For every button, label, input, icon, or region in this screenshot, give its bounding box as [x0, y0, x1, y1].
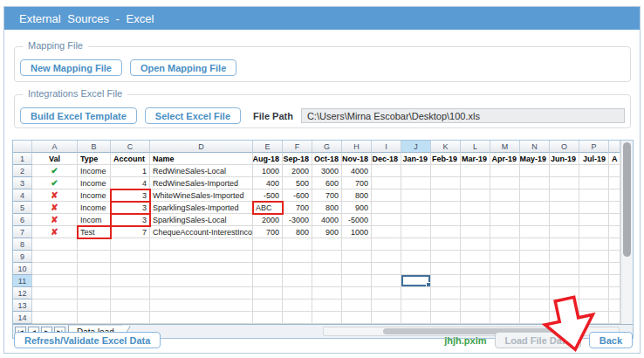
grid-cell-C6[interactable]: 3 [111, 214, 150, 226]
grid-cell-G11[interactable] [312, 275, 342, 287]
grid-cell-B5[interactable]: Income [78, 202, 111, 214]
grid-cell-partial-6[interactable] [609, 214, 620, 226]
row-header-1[interactable]: 1 [13, 153, 32, 165]
grid-cell-N6[interactable] [520, 214, 550, 226]
vertical-scrollbar[interactable] [620, 141, 633, 324]
grid-cell-E3[interactable]: 400 [253, 177, 283, 189]
grid-cell-O9[interactable] [550, 251, 579, 263]
grid-cell-D6[interactable]: SparklingSales-Local [150, 214, 253, 226]
grid-cell-E13[interactable] [253, 299, 283, 312]
vertical-scrollbar-thumb[interactable] [623, 142, 631, 257]
grid-cell-G3[interactable]: 600 [312, 177, 342, 189]
grid-cell-O11[interactable] [550, 275, 579, 287]
grid-cell-P4[interactable] [579, 189, 609, 202]
grid-cell-partial-2[interactable] [609, 165, 620, 177]
grid-cell-K11[interactable] [431, 275, 461, 287]
grid-cell-H3[interactable]: 700 [342, 177, 372, 189]
grid-cell-G10[interactable] [312, 263, 342, 275]
grid-cell-B1[interactable]: Type [78, 153, 111, 165]
column-header-E[interactable]: E [253, 141, 283, 153]
grid-cell-D1[interactable]: Name [150, 153, 253, 165]
grid-cell-B12[interactable] [78, 287, 111, 299]
grid-cell-J2[interactable] [401, 165, 431, 177]
grid-cell-I3[interactable] [372, 177, 401, 189]
grid-cell-partial-10[interactable] [609, 263, 620, 275]
row-header-10[interactable]: 10 [13, 263, 32, 275]
grid-cell-partial-4[interactable] [609, 189, 620, 202]
grid-cell-P7[interactable] [579, 226, 609, 238]
row-header-14[interactable]: 14 [13, 312, 32, 324]
grid-cell-L1[interactable]: Mar-19 [461, 153, 490, 165]
grid-cell-J9[interactable] [401, 251, 431, 263]
grid-cell-C3[interactable]: 4 [111, 177, 150, 189]
grid-cell-partial-13[interactable] [609, 299, 620, 312]
grid-cell-E1[interactable]: Aug-18 [253, 153, 283, 165]
column-header-L[interactable]: L [461, 141, 490, 153]
grid-cell-J5[interactable] [401, 202, 431, 214]
column-header-M[interactable]: M [490, 141, 520, 153]
grid-cell-B9[interactable] [78, 251, 111, 263]
grid-cell-N3[interactable] [520, 177, 550, 189]
grid-cell-E12[interactable] [253, 287, 283, 299]
grid-cell-A14[interactable] [32, 312, 78, 324]
grid-cell-M10[interactable] [490, 263, 520, 275]
grid-cell-N11[interactable] [520, 275, 550, 287]
grid-cell-C7[interactable]: 7 [111, 226, 150, 238]
grid-cell-M12[interactable] [490, 287, 520, 299]
grid-cell-A4[interactable]: ✘ [32, 189, 78, 202]
grid-cell-L13[interactable] [461, 299, 490, 312]
grid-cell-B14[interactable] [78, 312, 111, 324]
grid-cell-P10[interactable] [579, 263, 609, 275]
grid-cell-F1[interactable]: Sep-18 [283, 153, 312, 165]
grid-cell-K12[interactable] [431, 287, 461, 299]
grid-cell-A9[interactable] [32, 251, 78, 263]
grid-cell-P11[interactable] [579, 275, 609, 287]
grid-cell-N4[interactable] [520, 189, 550, 202]
grid-cell-C2[interactable]: 1 [111, 165, 150, 177]
grid-cell-F14[interactable] [283, 312, 312, 324]
column-header-partial[interactable] [609, 141, 620, 153]
grid-cell-partial-5[interactable] [609, 202, 620, 214]
grid-cell-L9[interactable] [461, 251, 490, 263]
grid-cell-J10[interactable] [401, 263, 431, 275]
grid-cell-J4[interactable] [401, 189, 431, 202]
grid-cell-H12[interactable] [342, 287, 372, 299]
grid-cell-J12[interactable] [401, 287, 431, 299]
grid-cell-M6[interactable] [490, 214, 520, 226]
grid-cell-C12[interactable] [111, 287, 150, 299]
grid-cell-D10[interactable] [150, 263, 253, 275]
grid-cell-A2[interactable]: ✔ [32, 165, 78, 177]
grid-cell-H7[interactable]: 1000 [342, 226, 372, 238]
grid-cell-I8[interactable] [372, 238, 401, 251]
grid-cell-B7[interactable]: Test [78, 226, 111, 238]
grid-cell-H2[interactable]: 4000 [342, 165, 372, 177]
grid-cell-G8[interactable] [312, 238, 342, 251]
grid-cell-H9[interactable] [342, 251, 372, 263]
grid-cell-I7[interactable] [372, 226, 401, 238]
grid-cell-B2[interactable]: Income [78, 165, 111, 177]
grid-cell-P9[interactable] [579, 251, 609, 263]
grid-cell-H13[interactable] [342, 299, 372, 312]
grid-cell-N13[interactable] [520, 299, 550, 312]
grid-cell-J11[interactable] [401, 275, 431, 287]
grid-cell-K1[interactable]: Feb-19 [431, 153, 461, 165]
grid-cell-H10[interactable] [342, 263, 372, 275]
grid-cell-C1[interactable]: Account [111, 153, 150, 165]
grid-cell-D2[interactable]: RedWineSales-Local [150, 165, 253, 177]
grid-cell-L14[interactable] [461, 312, 490, 324]
grid-cell-A13[interactable] [32, 299, 78, 312]
column-header-C[interactable]: C [111, 141, 150, 153]
grid-cell-C4[interactable]: 3 [111, 189, 150, 202]
refresh-validate-button[interactable]: Refresh/Validate Excel Data [14, 332, 161, 348]
load-file-data-button[interactable]: Load File Data [495, 332, 581, 348]
grid-cell-P8[interactable] [579, 238, 609, 251]
grid-cell-P1[interactable]: Jul-19 [579, 153, 609, 165]
row-header-5[interactable]: 5 [13, 202, 32, 214]
grid-cell-N12[interactable] [520, 287, 550, 299]
grid-cell-P6[interactable] [579, 214, 609, 226]
column-header-K[interactable]: K [431, 141, 461, 153]
grid-cell-K5[interactable] [431, 202, 461, 214]
grid-cell-O7[interactable] [550, 226, 579, 238]
grid-cell-K4[interactable] [431, 189, 461, 202]
grid-cell-N10[interactable] [520, 263, 550, 275]
